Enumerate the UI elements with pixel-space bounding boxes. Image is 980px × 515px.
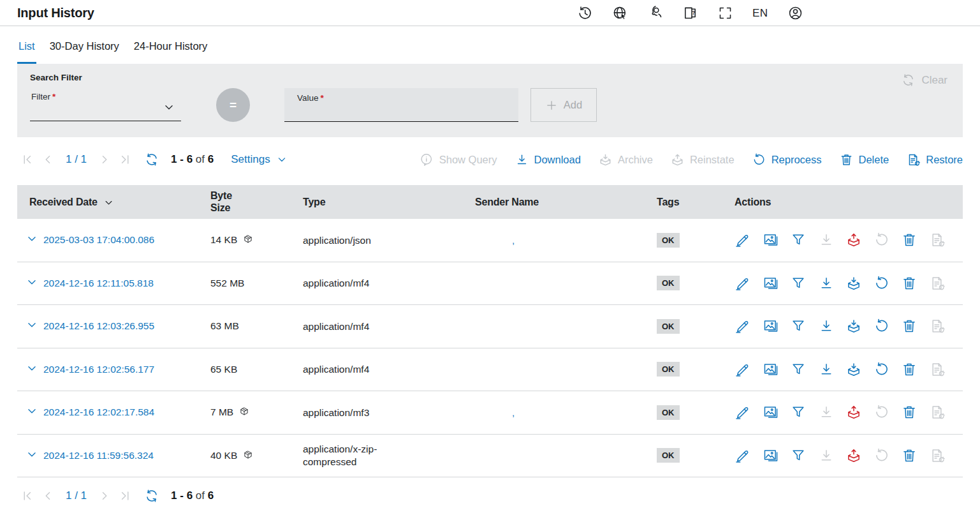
- received-date-link[interactable]: 2024-12-16 12:11:05.818: [43, 278, 154, 288]
- restore-icon[interactable]: [929, 232, 946, 248]
- settings-button[interactable]: Settings: [231, 153, 288, 166]
- archive-icon[interactable]: [845, 361, 862, 378]
- row-expand-chevron-icon[interactable]: [25, 447, 39, 461]
- edit-icon[interactable]: [735, 361, 751, 378]
- first-page-icon[interactable]: [20, 153, 34, 167]
- restore-icon[interactable]: [929, 275, 946, 292]
- delete-icon[interactable]: [901, 318, 918, 334]
- received-date-link[interactable]: 2024-12-16 12:02:17.584: [43, 407, 154, 417]
- filter-icon[interactable]: [790, 361, 807, 378]
- edit-icon[interactable]: [735, 232, 751, 248]
- image-icon[interactable]: [763, 275, 779, 292]
- filter-icon[interactable]: [790, 318, 807, 334]
- delete-icon[interactable]: [901, 447, 918, 464]
- filter-icon[interactable]: [790, 447, 807, 464]
- restore-icon[interactable]: [929, 404, 946, 421]
- received-date-link[interactable]: 2024-12-16 12:03:26.955: [43, 320, 154, 331]
- edit-icon[interactable]: [735, 404, 751, 421]
- delete-button[interactable]: Delete: [839, 153, 889, 167]
- download-icon[interactable]: [818, 404, 835, 421]
- edit-icon[interactable]: [735, 318, 751, 334]
- prev-page-icon[interactable]: [41, 489, 55, 503]
- filter-dropdown[interactable]: Filter*: [30, 88, 181, 121]
- language-button[interactable]: EN: [752, 7, 768, 20]
- edit-icon[interactable]: [735, 275, 751, 292]
- image-icon[interactable]: [763, 361, 779, 378]
- reprocess-icon[interactable]: [874, 318, 890, 334]
- operator-button[interactable]: =: [216, 88, 250, 122]
- image-icon[interactable]: [763, 447, 779, 464]
- reinstate-button[interactable]: Reinstate: [670, 153, 735, 167]
- delete-icon[interactable]: [901, 275, 918, 292]
- next-page-icon[interactable]: [98, 489, 112, 503]
- received-date-link[interactable]: 2024-12-16 11:59:56.324: [43, 450, 154, 461]
- archive-icon[interactable]: [845, 275, 862, 292]
- sender-name-value: ,: [475, 235, 657, 246]
- image-icon[interactable]: [763, 232, 779, 248]
- archive-icon[interactable]: [845, 318, 862, 334]
- reprocess-icon[interactable]: [874, 447, 890, 464]
- reprocess-icon[interactable]: [874, 361, 890, 378]
- next-page-icon[interactable]: [98, 153, 112, 167]
- filter-icon[interactable]: [790, 404, 807, 421]
- reprocess-button[interactable]: Reprocess: [752, 153, 822, 167]
- refresh-icon[interactable]: [144, 152, 159, 167]
- received-date-link[interactable]: 2025-03-03 17:04:00.086: [43, 234, 154, 245]
- reprocess-icon[interactable]: [874, 404, 890, 421]
- tab-bar: List30-Day History24-Hour History: [0, 39, 980, 64]
- value-label: Value: [297, 93, 319, 103]
- download-icon[interactable]: [818, 232, 835, 248]
- tab-24-hour-history[interactable]: 24-Hour History: [133, 39, 209, 64]
- delete-icon[interactable]: [901, 361, 918, 378]
- last-page-icon[interactable]: [118, 153, 132, 167]
- restore-icon[interactable]: [929, 318, 946, 334]
- row-expand-chevron-icon[interactable]: [25, 318, 39, 332]
- globe-icon[interactable]: [612, 5, 628, 21]
- history-icon[interactable]: [577, 5, 593, 21]
- prev-page-icon[interactable]: [41, 153, 55, 167]
- filter-icon[interactable]: [790, 275, 807, 292]
- download-button[interactable]: Download: [515, 153, 581, 167]
- restore-button[interactable]: Restore: [906, 153, 963, 167]
- download-icon[interactable]: [818, 361, 835, 378]
- row-expand-chevron-icon[interactable]: [25, 404, 39, 418]
- received-date-link[interactable]: 2024-12-16 12:02:56.177: [43, 364, 154, 375]
- account-icon[interactable]: [787, 5, 803, 21]
- add-button[interactable]: Add: [530, 88, 597, 122]
- row-expand-chevron-icon[interactable]: [25, 361, 39, 375]
- tab-30-day-history[interactable]: 30-Day History: [48, 39, 121, 64]
- package-icon: [238, 407, 250, 418]
- row-expand-chevron-icon[interactable]: [25, 232, 39, 246]
- delete-icon[interactable]: [901, 232, 918, 248]
- show-query-button[interactable]: Show Query: [420, 153, 497, 167]
- input-history-table: Received Date Byte Size Type Sender Name…: [17, 185, 963, 477]
- reprocess-icon[interactable]: [874, 232, 890, 248]
- help-icon[interactable]: ?: [682, 5, 698, 21]
- unarchive-icon[interactable]: [845, 232, 862, 248]
- tab-list[interactable]: List: [17, 39, 36, 64]
- download-icon[interactable]: [818, 275, 835, 292]
- unarchive-icon[interactable]: [845, 404, 862, 421]
- restore-icon[interactable]: [929, 447, 946, 464]
- download-icon[interactable]: [818, 447, 835, 464]
- reprocess-icon[interactable]: [874, 275, 890, 292]
- unarchive-icon[interactable]: [845, 447, 862, 464]
- value-input[interactable]: [284, 102, 518, 120]
- archive-button[interactable]: Archive: [598, 153, 653, 167]
- filter-icon[interactable]: [790, 232, 807, 248]
- delete-icon[interactable]: [901, 404, 918, 421]
- fullscreen-icon[interactable]: [717, 5, 733, 21]
- image-icon[interactable]: [763, 404, 779, 421]
- restore-icon[interactable]: [929, 361, 946, 378]
- download-icon[interactable]: [818, 318, 835, 334]
- support-icon[interactable]: [647, 5, 663, 21]
- clear-button[interactable]: Clear: [901, 73, 947, 87]
- refresh-icon[interactable]: [144, 488, 159, 504]
- first-page-icon[interactable]: [20, 489, 34, 503]
- row-expand-chevron-icon[interactable]: [25, 275, 39, 289]
- image-icon[interactable]: [763, 318, 779, 334]
- column-header-received-date[interactable]: Received Date: [17, 195, 210, 209]
- last-page-icon[interactable]: [118, 489, 132, 503]
- bulk-action-label: Archive: [618, 154, 653, 166]
- edit-icon[interactable]: [735, 447, 751, 464]
